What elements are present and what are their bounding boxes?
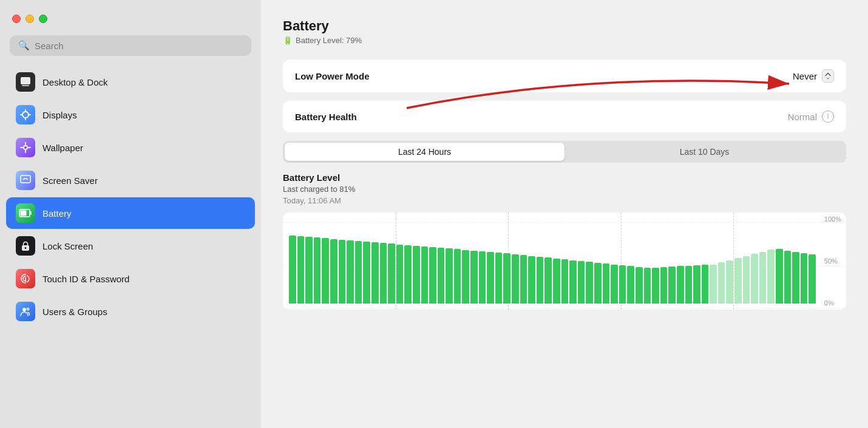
grid-line-0 [283,308,846,308]
sidebar-item-label: Battery [42,208,72,219]
sidebar-item-label: Displays [42,110,77,120]
low-power-mode-card: Low Power Mode Never [283,59,846,92]
sidebar-item-lock-screen[interactable]: Lock Screen [6,230,255,262]
sidebar-item-label: Wallpaper [42,143,83,153]
chart-bar [503,253,510,304]
charge-info: Last charged to 81% [283,185,846,194]
close-button[interactable] [12,15,21,23]
chart-bar [289,236,296,304]
chart-bar [743,256,750,304]
chart-bar [495,253,503,304]
svg-rect-15 [30,211,32,215]
sidebar-item-battery[interactable]: Battery [6,197,255,229]
page-title: Battery [283,18,846,34]
sidebar-item-wallpaper[interactable]: Wallpaper [6,132,255,163]
chart-bar [611,265,618,304]
sidebar-item-screen-saver[interactable]: Screen Saver [6,165,255,196]
chart-bar [685,266,693,304]
chart-y-labels: 100% 50% 0% [824,212,841,310]
battery-level-chart: 100% 50% 0% [283,212,846,310]
battery-health-row: Battery Health Normal i [283,101,846,132]
chart-bar [404,245,412,304]
svg-point-20 [22,308,26,311]
chart-title: Battery Level [283,172,846,183]
minimize-button[interactable] [25,15,34,23]
battery-health-label: Battery Health [295,112,357,122]
sidebar: 🔍 Desktop & Dock [0,0,261,428]
chart-bar [413,246,420,304]
svg-point-2 [22,112,29,118]
chart-bar [578,261,585,304]
chart-bar [438,248,445,304]
chart-bar [569,260,577,304]
chart-bar [462,250,469,304]
y-label-100: 100% [824,216,841,223]
chart-bar [660,267,668,304]
sidebar-item-displays[interactable]: Displays [6,99,255,131]
battery-health-value: Normal [788,112,817,122]
chart-bar [644,268,651,304]
users-groups-icon [16,302,35,321]
chart-bar [668,267,676,304]
displays-icon [16,105,35,124]
chart-bar [726,260,733,304]
sidebar-item-users-groups[interactable]: Users & Groups [6,296,255,327]
chart-bar [718,262,725,304]
chart-bar [603,263,610,304]
chart-bar [636,267,643,304]
chart-bar [305,237,313,304]
chart-bar [792,252,799,304]
svg-rect-16 [21,211,27,216]
screen-saver-icon [16,171,35,190]
page-subtitle: 🔋 Battery Level: 79% [283,36,846,45]
battery-health-info-button[interactable]: i [822,110,834,123]
time-range-segmented-control[interactable]: Last 24 Hours Last 10 Days [283,141,846,163]
chart-bar [784,251,792,304]
chart-bar [396,245,404,304]
chart-bar [586,262,593,304]
segment-last-24-hours[interactable]: Last 24 Hours [285,143,565,161]
battery-icon [16,203,35,223]
segment-last-10-days[interactable]: Last 10 Days [565,143,844,161]
chart-bar [355,241,362,304]
y-label-0: 0% [824,299,841,307]
chart-bar [330,239,337,304]
chart-bar [512,254,519,304]
low-power-mode-stepper[interactable] [822,69,834,83]
chart-bar [809,254,816,304]
chart-bar [446,248,453,304]
chart-bar [776,249,783,304]
search-icon: 🔍 [18,40,30,51]
search-bar[interactable]: 🔍 [10,35,251,56]
chart-bar [297,236,305,304]
chart-bar [421,246,429,304]
chart-bar [470,251,478,304]
battery-health-card: Battery Health Normal i [283,101,846,132]
touch-id-icon [16,269,35,288]
chart-bar [363,242,370,304]
search-input[interactable] [35,41,243,51]
sidebar-item-touch-id[interactable]: Touch ID & Password [6,263,255,294]
svg-rect-1 [22,85,29,86]
chart-bar [454,249,461,304]
chart-bar [759,252,767,304]
low-power-mode-row: Low Power Mode Never [283,59,846,92]
low-power-mode-value-group: Never [793,69,834,83]
chart-bar [652,268,659,304]
chart-bar [520,255,527,304]
sidebar-item-label: Screen Saver [42,175,98,186]
chart-bars [289,219,816,304]
chart-bar [553,259,560,304]
chart-bar [339,240,346,304]
low-power-mode-label: Low Power Mode [295,71,370,81]
chart-bar [710,265,717,304]
page-header: Battery 🔋 Battery Level: 79% [283,18,846,45]
chart-bar [544,257,552,304]
sidebar-item-desktop-dock[interactable]: Desktop & Dock [6,66,255,98]
chart-bar [767,250,775,304]
svg-rect-0 [21,77,30,84]
chart-bar [693,265,700,304]
chart-bar [801,253,808,304]
maximize-button[interactable] [39,15,47,23]
sidebar-item-label: Users & Groups [42,307,107,317]
